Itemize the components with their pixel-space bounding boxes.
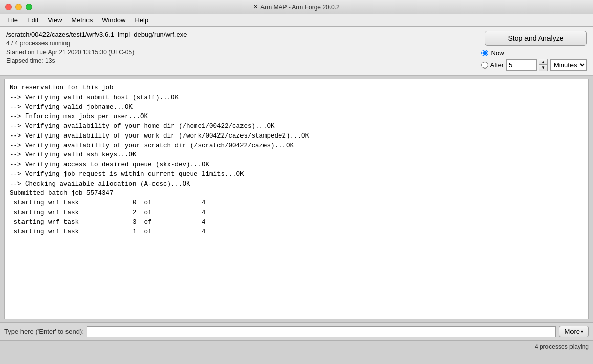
more-button[interactable]: More ▾: [559, 326, 589, 337]
more-dropdown-arrow: ▾: [581, 329, 583, 334]
main-content: File Edit View Metrics Window Help /scra…: [0, 14, 593, 352]
input-label: Type here ('Enter' to send):: [4, 328, 84, 335]
menu-file[interactable]: File: [3, 15, 22, 25]
minimize-button[interactable]: [15, 4, 22, 10]
now-radio-label: Now: [491, 49, 504, 57]
started-time: Started on Tue Apr 21 2020 13:15:30 (UTC…: [6, 49, 187, 56]
console-output: No reservation for this job --> Verifyin…: [10, 83, 583, 237]
spinner-down-button[interactable]: ▼: [539, 65, 547, 71]
time-unit-select[interactable]: Minutes Hours: [550, 59, 587, 71]
processes-running: 4 / 4 processes running: [6, 40, 187, 47]
status-text: 4 processes playing: [535, 343, 589, 350]
title-bar: ✕ Arm MAP - Arm Forge 20.0.2: [0, 0, 593, 14]
status-bar: 4 processes playing: [0, 340, 593, 352]
console-area-wrap: No reservation for this job --> Verifyin…: [0, 76, 593, 352]
stop-and-analyze-button[interactable]: Stop and Analyze: [485, 31, 587, 46]
more-label: More: [564, 328, 580, 335]
close-button[interactable]: [5, 4, 12, 10]
header-left: /scratch/00422/cazes/test1/wrfv3.6.1_imp…: [6, 31, 187, 64]
menu-view[interactable]: View: [43, 15, 66, 25]
console-wrapper: No reservation for this job --> Verifyin…: [4, 79, 589, 319]
window-title: Arm MAP - Arm Forge 20.0.2: [260, 4, 340, 11]
after-radio[interactable]: [481, 62, 488, 69]
after-radio-row: After ▲ ▼ Minutes Hours: [481, 59, 587, 71]
menu-bar: File Edit View Metrics Window Help: [0, 14, 593, 27]
console-scroll[interactable]: No reservation for this job --> Verifyin…: [5, 79, 588, 318]
after-value-input[interactable]: [506, 59, 537, 71]
title-bar-icon: ✕: [253, 4, 258, 10]
now-radio-row: Now: [481, 49, 587, 57]
executable-path: /scratch/00422/cazes/test1/wrfv3.6.1_imp…: [6, 31, 187, 38]
stop-timing-group: Now After ▲ ▼ Minutes Hours: [481, 49, 587, 71]
menu-help[interactable]: Help: [130, 15, 152, 25]
header-area: /scratch/00422/cazes/test1/wrfv3.6.1_imp…: [0, 27, 593, 76]
command-input[interactable]: [87, 326, 556, 337]
input-bar: Type here ('Enter' to send): More ▾: [0, 322, 593, 340]
menu-metrics[interactable]: Metrics: [67, 15, 97, 25]
traffic-lights: [5, 4, 32, 10]
menu-window[interactable]: Window: [98, 15, 129, 25]
after-radio-label: After: [490, 61, 504, 69]
maximize-button[interactable]: [26, 4, 32, 10]
spinner-up-button[interactable]: ▲: [539, 59, 547, 65]
spinner-buttons: ▲ ▼: [539, 59, 548, 71]
elapsed-time: Elapsed time: 13s: [6, 57, 187, 64]
menu-edit[interactable]: Edit: [23, 15, 42, 25]
header-right: Stop and Analyze Now After ▲ ▼ Minutes: [481, 31, 587, 71]
now-radio[interactable]: [481, 50, 488, 56]
